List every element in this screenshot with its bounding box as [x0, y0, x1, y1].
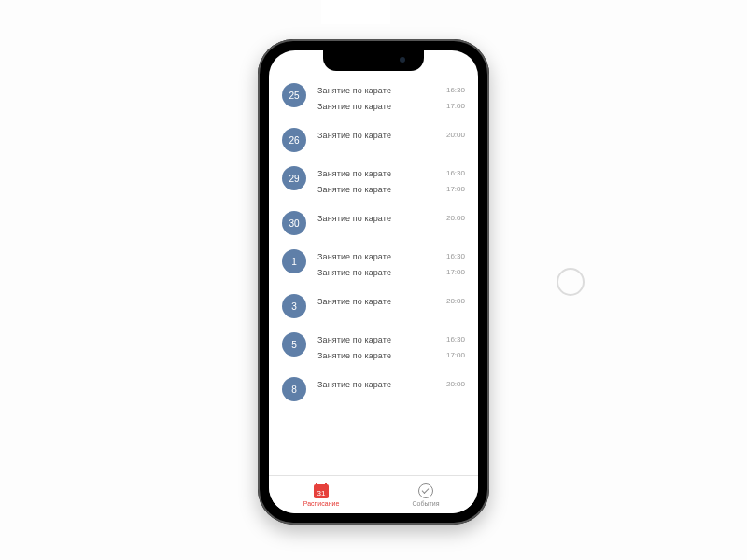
- day-rows: Занятие по карате16:30Занятие по карате1…: [317, 82, 465, 114]
- check-circle-icon: [417, 483, 434, 499]
- event-row[interactable]: Занятие по карате16:30: [317, 165, 465, 181]
- day-group[interactable]: 1Занятие по карате16:30Занятие по карате…: [282, 248, 465, 280]
- event-title: Занятие по карате: [317, 351, 391, 360]
- event-title: Занятие по карате: [317, 252, 391, 261]
- event-time: 16:30: [446, 169, 465, 177]
- event-time: 17:00: [446, 102, 465, 110]
- calendar-icon: 31: [313, 483, 330, 499]
- event-row[interactable]: Занятие по карате20:00: [317, 127, 465, 143]
- event-time: 20:00: [446, 380, 465, 388]
- day-group[interactable]: 29Занятие по карате16:30Занятие по карат…: [282, 165, 465, 197]
- day-group[interactable]: 3Занятие по карате20:00: [282, 293, 465, 318]
- day-rows: Занятие по карате16:30Занятие по карате1…: [317, 165, 465, 197]
- day-badge: 1: [282, 249, 306, 273]
- camera-dot: [400, 57, 405, 63]
- day-badge: 3: [282, 294, 306, 318]
- event-row[interactable]: Занятие по карате20:00: [317, 376, 465, 392]
- event-time: 17:00: [446, 185, 465, 193]
- event-title: Занятие по карате: [317, 214, 391, 223]
- event-row[interactable]: Занятие по карате17:00: [317, 181, 465, 197]
- day-badge: 25: [282, 83, 306, 107]
- day-rows: Занятие по карате20:00: [317, 210, 465, 226]
- event-row[interactable]: Занятие по карате16:30: [317, 248, 465, 264]
- day-rows: Занятие по карате20:00: [317, 376, 465, 392]
- notch: [323, 50, 424, 71]
- day-group[interactable]: 25Занятие по карате16:30Занятие по карат…: [282, 82, 465, 114]
- day-rows: Занятие по карате16:30Занятие по карате1…: [317, 248, 465, 280]
- phone-frame: 25Занятие по карате16:30Занятие по карат…: [258, 39, 489, 525]
- event-time: 20:00: [446, 214, 465, 222]
- loading-spinner: [557, 268, 585, 296]
- day-rows: Занятие по карате16:30Занятие по карате1…: [317, 331, 465, 363]
- day-rows: Занятие по карате20:00: [317, 127, 465, 143]
- event-row[interactable]: Занятие по карате17:00: [317, 98, 465, 114]
- event-title: Занятие по карате: [317, 335, 391, 344]
- day-badge: 5: [282, 332, 306, 357]
- event-title: Занятие по карате: [317, 131, 391, 140]
- event-title: Занятие по карате: [317, 86, 391, 95]
- day-group[interactable]: 26Занятие по карате20:00: [282, 127, 465, 152]
- event-title: Занятие по карате: [317, 169, 391, 178]
- screen: 25Занятие по карате16:30Занятие по карат…: [269, 50, 478, 513]
- event-time: 17:00: [446, 268, 465, 276]
- event-time: 20:00: [446, 131, 465, 139]
- event-row[interactable]: Занятие по карате17:00: [317, 347, 465, 363]
- day-group[interactable]: 5Занятие по карате16:30Занятие по карате…: [282, 331, 465, 363]
- event-time: 20:00: [446, 297, 465, 305]
- event-row[interactable]: Занятие по карате16:30: [317, 82, 465, 98]
- event-row[interactable]: Занятие по карате17:00: [317, 264, 465, 280]
- tab-events[interactable]: События: [374, 476, 478, 513]
- tab-schedule-label: Расписание: [303, 500, 340, 507]
- event-time: 17:00: [446, 351, 465, 359]
- tab-schedule[interactable]: 31 Расписание: [269, 476, 374, 513]
- day-group[interactable]: 30Занятие по карате20:00: [282, 210, 465, 235]
- event-title: Занятие по карате: [317, 380, 391, 389]
- day-badge: 29: [282, 166, 306, 190]
- top-blank: [321, 0, 390, 24]
- event-time: 16:30: [446, 252, 465, 260]
- event-title: Занятие по карате: [317, 102, 391, 111]
- day-group[interactable]: 8Занятие по карате20:00: [282, 376, 465, 401]
- day-badge: 26: [282, 128, 306, 152]
- day-rows: Занятие по карате20:00: [317, 293, 465, 309]
- event-row[interactable]: Занятие по карате20:00: [317, 293, 465, 309]
- event-row[interactable]: Занятие по карате16:30: [317, 331, 465, 347]
- event-row[interactable]: Занятие по карате20:00: [317, 210, 465, 226]
- tab-bar: 31 Расписание События: [269, 475, 478, 513]
- event-time: 16:30: [446, 86, 465, 94]
- schedule-list[interactable]: 25Занятие по карате16:30Занятие по карат…: [269, 77, 478, 476]
- event-title: Занятие по карате: [317, 185, 391, 194]
- day-badge: 30: [282, 211, 306, 235]
- event-title: Занятие по карате: [317, 268, 391, 277]
- tab-events-label: События: [413, 500, 440, 507]
- event-title: Занятие по карате: [317, 297, 391, 306]
- day-badge: 8: [282, 377, 306, 401]
- event-time: 16:30: [446, 335, 465, 343]
- calendar-icon-day: 31: [314, 490, 329, 497]
